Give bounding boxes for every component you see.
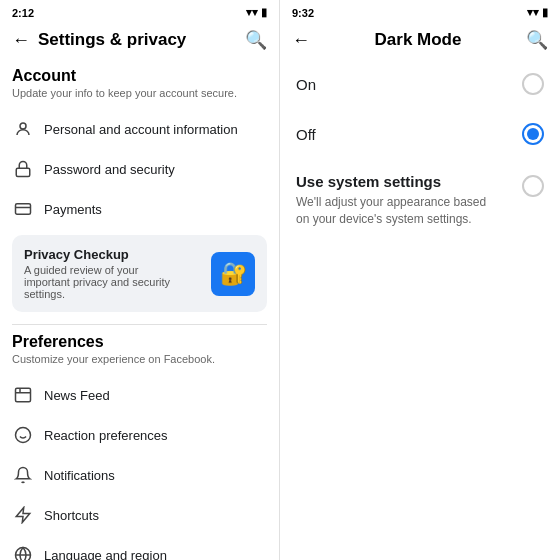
right-time: 9:32 [292, 7, 314, 19]
language-region-label: Language and region [44, 548, 167, 561]
preferences-subtitle: Customize your experience on Facebook. [12, 353, 267, 365]
svg-rect-1 [16, 168, 30, 176]
dark-mode-on-radio[interactable] [522, 73, 544, 95]
preferences-title: Preferences [12, 333, 267, 351]
battery-icon: ▮ [261, 6, 267, 19]
left-search-button[interactable]: 🔍 [245, 29, 267, 51]
dark-mode-off-radio[interactable] [522, 123, 544, 145]
reaction-prefs-icon [12, 424, 34, 446]
left-status-icons: ▾▾ ▮ [246, 6, 267, 19]
left-nav-left: ← Settings & privacy [12, 30, 186, 51]
payments-item[interactable]: Payments [12, 189, 267, 229]
left-status-bar: 2:12 ▾▾ ▮ [0, 0, 279, 23]
privacy-card-text: Privacy Checkup A guided review of your … [24, 247, 174, 300]
right-battery-icon: ▮ [542, 6, 548, 19]
left-nav-title: Settings & privacy [38, 30, 186, 50]
account-subtitle: Update your info to keep your account se… [12, 87, 267, 99]
use-system-block: Use system settings We'll adjust your ap… [280, 159, 560, 232]
right-status-bar: 9:32 ▾▾ ▮ [280, 0, 560, 23]
privacy-card-title: Privacy Checkup [24, 247, 174, 262]
shortcuts-item[interactable]: Shortcuts [12, 495, 267, 535]
left-content: Account Update your info to keep your ac… [0, 59, 279, 560]
right-panel: 9:32 ▾▾ ▮ ← Dark Mode 🔍 On Off Use syste… [280, 0, 560, 560]
svg-marker-10 [16, 508, 30, 523]
shortcuts-label: Shortcuts [44, 508, 99, 523]
dark-mode-on-label: On [296, 76, 316, 93]
use-system-header: Use system settings We'll adjust your ap… [296, 173, 544, 228]
right-nav-title: Dark Mode [375, 30, 462, 50]
personal-info-item[interactable]: Personal and account information [12, 109, 267, 149]
privacy-checkup-card[interactable]: Privacy Checkup A guided review of your … [12, 235, 267, 312]
use-system-text: Use system settings We'll adjust your ap… [296, 173, 496, 228]
use-system-desc: We'll adjust your appearance based on yo… [296, 194, 496, 228]
left-time: 2:12 [12, 7, 34, 19]
section-divider [12, 324, 267, 325]
dark-mode-on-option[interactable]: On [280, 59, 560, 109]
personal-info-icon [12, 118, 34, 140]
payments-icon [12, 198, 34, 220]
reaction-prefs-item[interactable]: Reaction preferences [12, 415, 267, 455]
news-feed-label: News Feed [44, 388, 110, 403]
right-wifi-icon: ▾▾ [527, 6, 539, 19]
password-security-icon [12, 158, 34, 180]
use-system-radio[interactable] [522, 175, 544, 197]
svg-point-11 [16, 548, 31, 561]
right-nav-bar: ← Dark Mode 🔍 [280, 23, 560, 59]
notifications-item[interactable]: Notifications [12, 455, 267, 495]
svg-rect-2 [16, 204, 31, 215]
account-title: Account [12, 67, 267, 85]
notifications-icon [12, 464, 34, 486]
radio-inner-dot [527, 128, 539, 140]
right-search-button[interactable]: 🔍 [526, 29, 548, 51]
right-status-icons: ▾▾ ▮ [527, 6, 548, 19]
password-security-label: Password and security [44, 162, 175, 177]
personal-info-label: Personal and account information [44, 122, 238, 137]
news-feed-icon [12, 384, 34, 406]
notifications-label: Notifications [44, 468, 115, 483]
news-feed-item[interactable]: News Feed [12, 375, 267, 415]
privacy-card-icon: 🔐 [211, 252, 255, 296]
left-nav-bar: ← Settings & privacy 🔍 [0, 23, 279, 59]
privacy-card-desc: A guided review of your important privac… [24, 264, 174, 300]
left-back-button[interactable]: ← [12, 30, 30, 51]
svg-point-7 [16, 428, 31, 443]
svg-point-0 [20, 123, 26, 129]
dark-mode-off-option[interactable]: Off [280, 109, 560, 159]
dark-mode-off-label: Off [296, 126, 316, 143]
password-security-item[interactable]: Password and security [12, 149, 267, 189]
language-region-icon [12, 544, 34, 560]
shortcuts-icon [12, 504, 34, 526]
svg-rect-4 [16, 388, 31, 402]
right-back-button[interactable]: ← [292, 30, 310, 51]
reaction-prefs-label: Reaction preferences [44, 428, 168, 443]
use-system-title: Use system settings [296, 173, 496, 190]
payments-label: Payments [44, 202, 102, 217]
language-region-item[interactable]: Language and region [12, 535, 267, 560]
left-panel: 2:12 ▾▾ ▮ ← Settings & privacy 🔍 Account… [0, 0, 280, 560]
wifi-icon: ▾▾ [246, 6, 258, 19]
